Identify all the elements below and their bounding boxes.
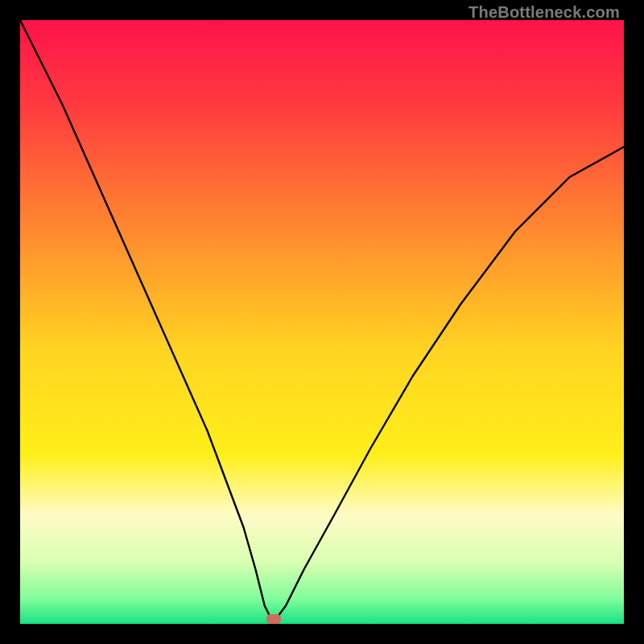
- optimal-point-marker: [266, 614, 281, 624]
- plot-area: [20, 20, 624, 624]
- chart-frame: TheBottleneck.com: [0, 0, 644, 644]
- watermark-text: TheBottleneck.com: [469, 3, 620, 22]
- bottleneck-curve: [20, 20, 624, 624]
